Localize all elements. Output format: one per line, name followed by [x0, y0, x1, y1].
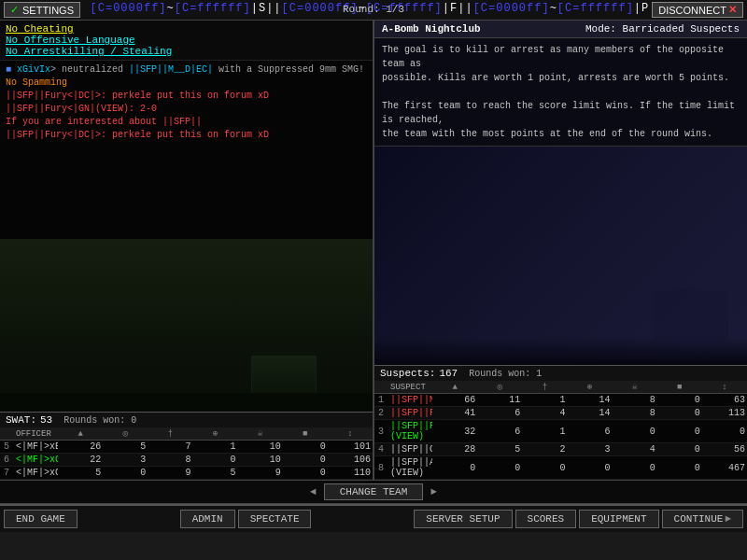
player-stat3: 1	[522, 394, 567, 407]
col-score: ▲	[58, 427, 103, 441]
rules-section: No Cheating No Offensive Language No Arr…	[0, 21, 373, 61]
swat-player-row: 6 <|MF|>xGivLo 22 3 8 0 10 0 106	[0, 454, 373, 467]
suspects-rounds: Rounds won: 1	[469, 369, 542, 379]
player-stat7: 101	[328, 441, 373, 454]
player-stat2: 11	[477, 394, 522, 407]
continue-button[interactable]: CONTINUE ►	[662, 510, 743, 528]
suspect-player-row: 1 ||SFP||M__D|EC| 66 11 1 14 8 0 63	[374, 394, 747, 407]
chat-line-3: ||SFP||Fury<|DC|>: perkele put this on f…	[6, 90, 367, 103]
player-name: <|MF|>xGivLo	[13, 454, 58, 467]
player-num: 1	[374, 394, 388, 407]
player-stat3: 4	[522, 407, 567, 420]
scores-button[interactable]: SCORES	[515, 510, 577, 528]
player-stat4: 0	[568, 456, 613, 480]
player-stat3: 1	[522, 420, 567, 443]
settings-label: SETTINGS	[22, 5, 74, 16]
suspects-header: Suspects: 167 Rounds won: 1	[374, 365, 747, 381]
swat-player-row: 5 <|MF|>xBBEx 26 5 7 1 10 0 101	[0, 441, 373, 454]
map-header: A-Bomb Nightclub Mode: Barricaded Suspec…	[374, 21, 747, 38]
chat-nospam: No Spamming	[6, 77, 367, 90]
player-num: 7	[0, 467, 13, 480]
rule-no-arrest: No Arrestkilling / Stealing	[6, 46, 367, 57]
player-stat5: 10	[238, 454, 283, 467]
player-stat3: 0	[522, 456, 567, 480]
player-num: 3	[374, 420, 388, 443]
player-stat4: 1	[193, 441, 238, 454]
spectate-button[interactable]: SPECTATE	[238, 510, 312, 528]
player-stat7: 63	[702, 394, 747, 407]
player-num: 5	[0, 441, 13, 454]
end-game-button[interactable]: END GAME	[4, 510, 78, 528]
player-stat2: 5	[477, 443, 522, 456]
player-stat2: 0	[103, 467, 148, 480]
player-num: 2	[374, 407, 388, 420]
player-stat1: 32	[432, 420, 477, 443]
disconnect-label: DISCONNECT	[658, 5, 726, 16]
player-stat6: 0	[657, 456, 702, 480]
player-stat1: 28	[432, 443, 477, 456]
player-stat5: 8	[613, 407, 657, 420]
player-stat3: 2	[522, 443, 567, 456]
player-stat4: 5	[193, 467, 238, 480]
left-panel: No Cheating No Offensive Language No Arr…	[0, 21, 374, 480]
player-stat7: 467	[702, 456, 747, 480]
map-description: The goal is to kill or arrest as many me…	[374, 38, 747, 147]
player-stat6: 0	[283, 454, 328, 467]
suspect-player-row: 2 ||SFP||Fury<|DC|> 41 6 4 14 8 0 113	[374, 407, 747, 420]
suspects-players: 1 ||SFP||M__D|EC| 66 11 1 14 8 0 63 2 ||…	[374, 394, 747, 480]
admin-button[interactable]: ADMIN	[180, 510, 235, 528]
disconnect-button[interactable]: DISCONNECT ✕	[652, 2, 743, 18]
player-stat6: 0	[657, 443, 702, 456]
swat-players: 5 <|MF|>xBBEx 26 5 7 1 10 0 101 6 <|MF|>…	[0, 441, 373, 480]
disconnect-x: ✕	[728, 4, 737, 16]
player-stat6: 0	[283, 441, 328, 454]
toolbar: END GAME ADMIN SPECTATE SERVER SETUP SCO…	[0, 504, 747, 532]
player-stat2: 0	[477, 456, 522, 480]
player-stat4: 6	[568, 420, 613, 443]
server-setup-button[interactable]: SERVER SETUP	[414, 510, 512, 528]
player-stat2: 6	[477, 420, 522, 443]
player-stat6: 0	[657, 420, 702, 443]
player-name: ||SFP||Fury<|DC|>	[388, 407, 432, 420]
map-name: A-Bomb Nightclub	[382, 23, 481, 35]
player-name: ||SFP||Catch<||S|>	[388, 443, 432, 456]
game-background	[0, 239, 373, 412]
chat-line-6: ||SFP||Fury<|DC|>: perkele put this on f…	[6, 129, 367, 142]
player-num: 4	[374, 443, 388, 456]
round-info: Round: 1/3	[343, 4, 404, 15]
suspect-player-row: 8 ||SFP||Artski|Ex|(VIEW) 0 0 0 0 0 0 46…	[374, 456, 747, 480]
suspects-col-name: SUSPECT	[388, 381, 432, 394]
player-stat7: 110	[328, 467, 373, 480]
change-team-button[interactable]: CHANGE TEAM	[324, 483, 424, 500]
rule-no-cheating: No Cheating	[6, 23, 367, 35]
settings-button[interactable]: ✓ SETTINGS	[4, 2, 80, 18]
player-stat5: 10	[238, 441, 283, 454]
equipment-button[interactable]: EQUIPMENT	[579, 510, 658, 528]
swat-col-officer: OFFICER	[13, 427, 58, 441]
player-stat2: 3	[103, 454, 148, 467]
player-stat7: 0	[702, 420, 747, 443]
player-stat5: 8	[613, 394, 657, 407]
player-stat3: 9	[148, 467, 192, 480]
player-stat4: 14	[568, 394, 613, 407]
rule-no-offensive: No Offensive Language	[6, 35, 367, 46]
left-arrow-icon: ◄	[310, 486, 317, 497]
swat-header: SWAT: 53 Rounds won: 0	[0, 412, 373, 427]
continue-arrow-icon: ►	[725, 513, 731, 525]
player-stat5: 4	[613, 443, 657, 456]
right-panel: A-Bomb Nightclub Mode: Barricaded Suspec…	[374, 21, 747, 480]
swat-col-headers: OFFICER ▲ ◎ † ⊕ ☠ ■ ↕	[0, 427, 373, 441]
swat-table: OFFICER ▲ ◎ † ⊕ ☠ ■ ↕ 5 <|MF|>xBBEx 26 5…	[0, 427, 373, 480]
chat-section: ■ xGivIx> neutralized ||SFP||M__D|EC| wi…	[0, 61, 373, 239]
player-stat6: 0	[657, 407, 702, 420]
player-stat3: 7	[148, 441, 192, 454]
player-stat4: 3	[568, 443, 613, 456]
suspects-label: Suspects:	[380, 368, 435, 379]
player-stat7: 113	[702, 407, 747, 420]
map-background	[374, 147, 747, 365]
swat-score: 53	[40, 414, 52, 426]
player-stat1: 41	[432, 407, 477, 420]
player-name: ||SFP||Perkele|GN|(VIEW)	[388, 420, 432, 443]
chat-line-5: If you are interested about ||SFP||	[6, 116, 367, 129]
player-stat5: 9	[238, 467, 283, 480]
